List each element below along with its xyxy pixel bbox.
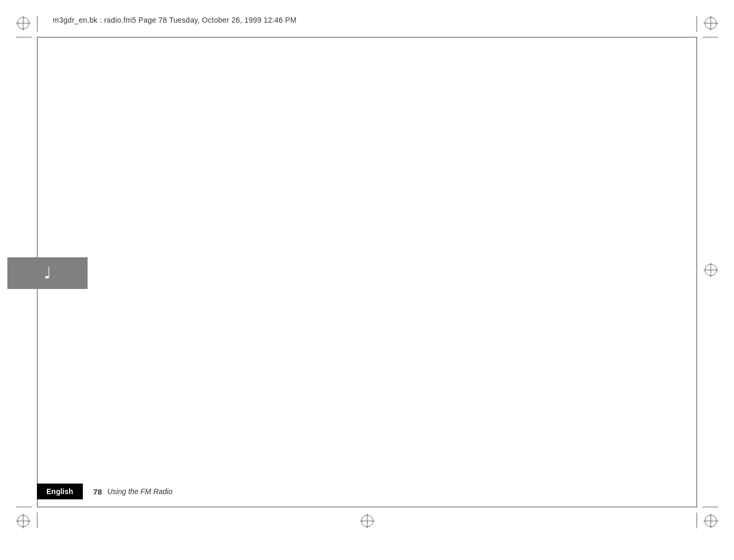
language-badge: English [37,484,83,499]
registration-mark-top-right [703,16,718,31]
trim-mark-br-v [697,513,697,528]
page-title: Using the FM Radio [107,487,173,496]
trim-mark-tr-h [702,37,718,37]
registration-mark-bottom-center [360,514,375,528]
trim-mark-bl-v [37,513,37,528]
registration-mark-bottom-left [16,514,31,528]
page-border-bottom [37,507,697,507]
registration-mark-middle-right [703,263,718,277]
trim-mark-tr-v [697,16,697,32]
trim-mark-bl-h [16,507,32,507]
registration-mark-bottom-right [703,514,718,528]
page-border-right [697,37,697,507]
page-border-top [37,37,697,37]
page-header: m3gdr_en.bk : radio.fm5 Page 78 Tuesday,… [53,5,681,34]
music-note-icon: ♩ [44,265,51,281]
header-text: m3gdr_en.bk : radio.fm5 Page 78 Tuesday,… [53,16,297,24]
trim-mark-br-h [702,507,718,507]
trim-mark-tl-v [37,16,37,32]
page-footer: English 78 Using the FM Radio [37,481,697,502]
trim-mark-tl-h [16,37,32,37]
music-thumbnail: ♩ [7,257,88,289]
page-number: 78 [93,487,102,496]
registration-mark-top-left [16,16,31,31]
